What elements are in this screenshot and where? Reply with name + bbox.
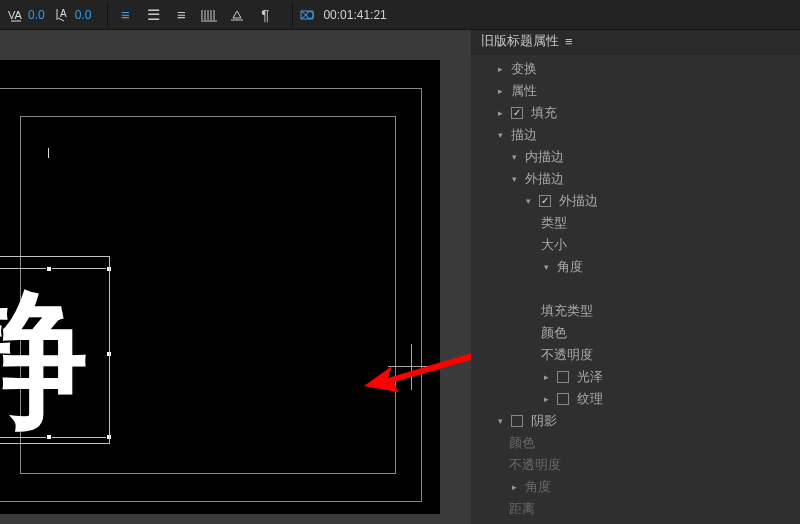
- twirl-icon[interactable]: ▸: [495, 64, 505, 74]
- twirl-icon[interactable]: ▾: [523, 196, 533, 206]
- panel-title: 旧版标题属性: [481, 30, 559, 53]
- texture-checkbox[interactable]: [557, 393, 569, 405]
- bounding-box: [0, 256, 110, 444]
- svg-text:A: A: [60, 8, 67, 19]
- twirl-icon[interactable]: ▸: [541, 394, 551, 404]
- twirl-icon[interactable]: ▸: [495, 86, 505, 96]
- stroke-size-row: 大小 0.0: [471, 234, 800, 256]
- section-stroke[interactable]: ▾描边: [471, 124, 800, 146]
- outer-stroke-row[interactable]: ▾外描边 添加: [471, 168, 800, 190]
- stroke-type-row: 类型 深度: [471, 212, 800, 234]
- tracking-icon: A: [55, 6, 73, 24]
- fill-type-row: 填充类型 实底: [471, 300, 800, 322]
- color-row: 颜色: [471, 322, 800, 344]
- angle-dial-row: [471, 278, 800, 300]
- align-left-icon[interactable]: ≡: [114, 4, 136, 26]
- opacity-row: 不透明度 100 %: [471, 344, 800, 366]
- shadow-checkbox[interactable]: [511, 415, 523, 427]
- outer-stroke-instance[interactable]: ▾外描边 删除上移: [471, 190, 800, 212]
- sheen-row[interactable]: ▸光泽: [471, 366, 800, 388]
- shadow-color-row: 颜色: [471, 432, 800, 454]
- sheen-checkbox[interactable]: [557, 371, 569, 383]
- show-video-icon[interactable]: [226, 4, 248, 26]
- section-fill[interactable]: ▸填充: [471, 102, 800, 124]
- panel-header: 旧版标题属性 ≡: [471, 30, 800, 54]
- title-canvas[interactable]: 静: [0, 30, 471, 524]
- align-center-icon[interactable]: ☰: [142, 4, 164, 26]
- twirl-icon[interactable]: ▾: [509, 174, 519, 184]
- align-right-icon[interactable]: ≡: [170, 4, 192, 26]
- twirl-icon[interactable]: ▸: [495, 108, 505, 118]
- svg-point-2: [307, 11, 314, 18]
- kerning-icon: VA: [8, 6, 26, 24]
- timecode-value[interactable]: 00:01:41:21: [323, 8, 386, 22]
- shadow-distance-row: 距离: [471, 498, 800, 520]
- texture-row[interactable]: ▸纹理: [471, 388, 800, 410]
- kerning-value[interactable]: 0.0: [28, 8, 45, 22]
- twirl-icon: ▸: [509, 482, 519, 492]
- twirl-icon[interactable]: ▸: [541, 372, 551, 382]
- section-attributes[interactable]: ▸属性: [471, 80, 800, 102]
- timecode-icon: [299, 6, 317, 24]
- shadow-opacity-row: 不透明度: [471, 454, 800, 476]
- twirl-icon[interactable]: ▾: [509, 152, 519, 162]
- stroke-angle-row[interactable]: ▾角度 0.0: [471, 256, 800, 278]
- toolbar-divider-2: [292, 3, 293, 27]
- tab-stops-icon[interactable]: [198, 4, 220, 26]
- twirl-icon[interactable]: ▾: [495, 416, 505, 426]
- tracking-value[interactable]: 0.0: [75, 8, 92, 22]
- outer-stroke-checkbox[interactable]: [539, 195, 551, 207]
- twirl-icon[interactable]: ▾: [541, 262, 551, 272]
- reveal-icon[interactable]: ¶: [254, 4, 276, 26]
- inner-stroke-row[interactable]: ▾内描边 添加: [471, 146, 800, 168]
- section-shadow[interactable]: ▾阴影: [471, 410, 800, 432]
- svg-text:VA: VA: [8, 9, 23, 21]
- twirl-icon[interactable]: ▾: [495, 130, 505, 140]
- shadow-angle-row: ▸角度: [471, 476, 800, 498]
- toolbar-divider: [107, 3, 108, 27]
- ruler-tick: [48, 148, 49, 158]
- section-transform[interactable]: ▸变换: [471, 58, 800, 80]
- fill-checkbox[interactable]: [511, 107, 523, 119]
- panel-menu-icon[interactable]: ≡: [565, 30, 573, 53]
- center-cross-v: [411, 344, 412, 390]
